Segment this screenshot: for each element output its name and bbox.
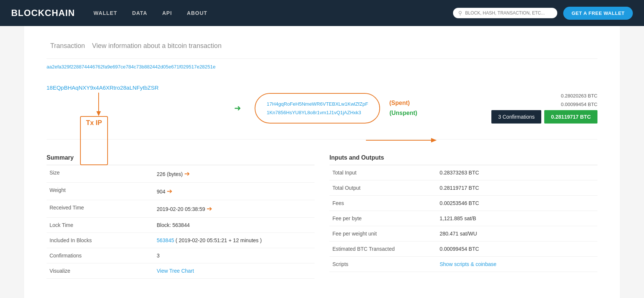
tx-hash[interactable]: aa2efa329f228874446762fa9e697ce784c73b88… (47, 58, 597, 70)
unspent-label: (Unspent) (389, 110, 417, 116)
row-value: Block: 563844 (154, 218, 315, 233)
annotation-arrow (366, 129, 440, 153)
row-label: Total Output (329, 180, 437, 196)
page-title: Transaction View information about a bit… (47, 37, 597, 51)
table-row: Estimated BTC Transacted 0.00099454 BTC (329, 241, 597, 257)
block-link[interactable]: 563845 (157, 237, 174, 243)
show-scripts-link[interactable]: Show scripts & coinbase (440, 261, 497, 267)
row-label: Included In Blocks (47, 233, 154, 248)
row-label: Fees (329, 196, 437, 211)
summary-section: Summary Size 226 (bytes) ➔ Weight 904 ➔ … (47, 151, 315, 279)
tables-row: Summary Size 226 (bytes) ➔ Weight 904 ➔ … (47, 151, 597, 279)
row-label: Size (47, 165, 154, 183)
row-value: 563845 ( 2019-02-20 05:51:21 + 12 minute… (154, 233, 315, 248)
arrow-icon: ➔ (207, 205, 212, 213)
navbar: BLOCKCHAIN WALLET DATA API ABOUT ⚲ GET A… (0, 0, 644, 26)
row-value: 280.471 sat/WU (437, 226, 597, 241)
logo: BLOCKCHAIN (11, 8, 75, 18)
arrow-icon: ➔ (167, 187, 172, 195)
table-row: Size 226 (bytes) ➔ (47, 165, 315, 183)
svg-marker-1 (96, 111, 101, 116)
to-address-2[interactable]: 1Kn7856HsYU8YL8o8r1vm1J1vQ1jAZHxk3 (267, 110, 368, 115)
nav-wallet[interactable]: WALLET (93, 10, 117, 16)
main-content: Transaction View information about a bit… (24, 26, 620, 298)
row-value: 0.28119717 BTC (437, 180, 597, 196)
inputs-outputs-section: Inputs and Outputs Total Input 0.2837326… (329, 151, 597, 279)
table-row: Visualize View Tree Chart (47, 263, 315, 279)
svg-marker-3 (431, 138, 437, 142)
table-row: Received Time 2019-02-20 05:38:59 ➔ (47, 200, 315, 218)
row-value: Show scripts & coinbase (437, 257, 597, 272)
row-label: Fee per byte (329, 211, 437, 226)
spent-label: (Spent) (389, 100, 410, 106)
row-value: 0.28373263 BTC (437, 165, 597, 180)
row-value: 0.00099454 BTC (437, 241, 597, 257)
row-label: Received Time (47, 200, 154, 218)
row-label: Scripts (329, 257, 437, 272)
tx-from: 18EQpBHAqNXY9x4A6XRtro28aLNFytbZSR Tx IP (47, 84, 166, 132)
view-tree-chart-link[interactable]: View Tree Chart (157, 268, 194, 274)
table-row: Fee per weight unit 280.471 sat/WU (329, 226, 597, 241)
row-label: Estimated BTC Transacted (329, 241, 437, 257)
table-row: Fees 0.00253546 BTC (329, 196, 597, 211)
tx-ip-label: Tx IP (80, 116, 108, 165)
row-value: View Tree Chart (154, 263, 315, 279)
row-label: Confirmations (47, 248, 154, 263)
row-value: 2019-02-20 05:38:59 ➔ (154, 200, 315, 218)
total-btc-button[interactable]: 0.28119717 BTC (544, 110, 597, 124)
row-label: Lock Time (47, 218, 154, 233)
amount-1: 0.28020263 BTC (561, 93, 597, 99)
table-row: Total Output 0.28119717 BTC (329, 180, 597, 196)
tx-visual: 18EQpBHAqNXY9x4A6XRtro28aLNFytbZSR Tx IP… (47, 77, 597, 140)
table-row: Lock Time Block: 563844 (47, 218, 315, 233)
green-arrow-icon: ➜ (234, 103, 241, 113)
arrow-icon: ➔ (184, 170, 190, 178)
search-icon: ⚲ (458, 10, 462, 16)
inputs-outputs-header: Inputs and Outputs (329, 151, 597, 165)
row-label: Total Input (329, 165, 437, 180)
tx-right: 0.28020263 BTC 0.00099454 BTC 3 Confirma… (469, 93, 597, 124)
table-row: Scripts Show scripts & coinbase (329, 257, 597, 272)
row-value: 1,121.885 sat/B (437, 211, 597, 226)
from-address[interactable]: 18EQpBHAqNXY9x4A6XRtro28aLNFytbZSR (47, 84, 159, 91)
row-value: 0.00253546 BTC (437, 196, 597, 211)
tx-buttons: 3 Confirmations 0.28119717 BTC (491, 110, 597, 124)
nav-api[interactable]: API (162, 10, 172, 16)
row-value: 904 ➔ (154, 183, 315, 200)
table-row: Fee per byte 1,121.885 sat/B (329, 211, 597, 226)
row-value: 226 (bytes) ➔ (154, 165, 315, 183)
row-label: Visualize (47, 263, 154, 279)
get-wallet-button[interactable]: GET A FREE WALLET (563, 7, 633, 20)
to-address-1[interactable]: 17H4gqRoFeH5NmeWR6VTEBXLw1KwlZfZpF (267, 101, 368, 107)
nav-links: WALLET DATA API ABOUT (93, 10, 453, 16)
tx-to-section: ➜ 17H4gqRoFeH5NmeWR6VTEBXLw1KwlZfZpF 1Kn… (166, 93, 469, 124)
confirmations-button[interactable]: 3 Confirmations (491, 110, 541, 124)
table-row: Weight 904 ➔ (47, 183, 315, 200)
row-value: 3 (154, 248, 315, 263)
table-row: Included In Blocks 563845 ( 2019-02-20 0… (47, 233, 315, 248)
amount-2: 0.00099454 BTC (561, 102, 597, 107)
row-label: Weight (47, 183, 154, 200)
table-row: Confirmations 3 (47, 248, 315, 263)
search-bar[interactable]: ⚲ (453, 8, 557, 18)
nav-about[interactable]: ABOUT (187, 10, 207, 16)
tx-oval: 17H4gqRoFeH5NmeWR6VTEBXLw1KwlZfZpF 1Kn78… (255, 93, 380, 124)
row-label: Fee per weight unit (329, 226, 437, 241)
table-row: Total Input 0.28373263 BTC (329, 165, 597, 180)
nav-data[interactable]: DATA (132, 10, 147, 16)
search-input[interactable] (465, 10, 552, 16)
